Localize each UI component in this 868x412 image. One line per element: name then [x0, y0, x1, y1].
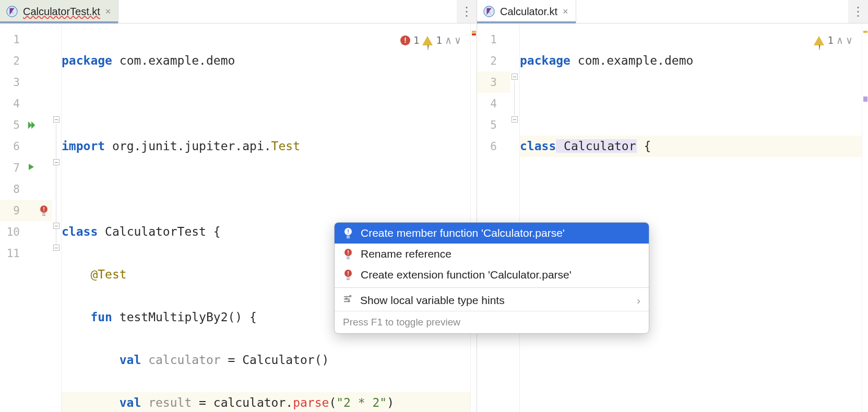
gutter-right: 1 2 3 4 5 6 [477, 23, 510, 412]
svg-rect-23 [348, 300, 350, 302]
editor-body-left: 1 2 3 4 5 6 7 8 9 [0, 23, 477, 412]
svg-rect-4 [42, 215, 45, 216]
line-number: 9 [0, 204, 24, 217]
error-count: 1 [413, 30, 419, 51]
error-stripe-right[interactable] [862, 23, 868, 412]
line-number: 8 [0, 183, 24, 196]
line-number: 2 [477, 55, 501, 67]
line-number: 4 [0, 98, 24, 110]
intention-label: Rename reference [361, 248, 451, 260]
close-icon[interactable]: × [105, 6, 111, 17]
tab-label: Calculator.kt [500, 6, 557, 18]
line-number: 2 [0, 55, 24, 67]
intention-label: Create extension function 'Calculator.pa… [361, 269, 572, 281]
line-number: 3 [0, 76, 24, 89]
intention-bulb-icon[interactable]: ! [39, 205, 49, 216]
intention-popup: ! Create member function 'Calculator.par… [334, 222, 649, 334]
tab-spacer [576, 0, 848, 23]
fold-handle-icon[interactable] [53, 223, 60, 229]
tab-calculator[interactable]: Calculator.kt × [477, 0, 576, 23]
code-area-right[interactable]: package com.example.demo class Calculato… [520, 23, 862, 412]
line-number: 7 [0, 162, 24, 174]
line-number: 1 [0, 33, 24, 46]
intention-item-create-extension[interactable]: ! Create extension function 'Calculator.… [335, 264, 649, 285]
svg-text:!: ! [347, 270, 349, 276]
line-number: 5 [477, 119, 501, 131]
warning-badge-icon [814, 36, 824, 45]
tab-bar-right: Calculator.kt × ⋮ [477, 0, 868, 23]
stripe-warning-icon[interactable] [863, 31, 867, 33]
run-class-icon[interactable] [27, 120, 37, 130]
fold-line [56, 124, 56, 249]
close-icon[interactable]: × [563, 6, 568, 17]
line-number: 4 [477, 98, 501, 110]
intention-label: Create member function 'Calculator.parse… [361, 227, 565, 239]
svg-text:!: ! [347, 249, 349, 256]
settings-icon [343, 294, 353, 307]
tab-bar-left: CalculatorTest.kt × ⋮ [0, 0, 477, 23]
quickfix-bulb-icon: ! [343, 269, 353, 281]
kotlin-file-icon [483, 6, 495, 17]
intention-label: Show local variable type hints [360, 294, 505, 307]
editor-body-right: 1 2 3 4 5 6 package com.example.demo cla… [477, 23, 868, 412]
next-highlight-icon[interactable]: ∨ [846, 30, 852, 51]
stripe-warning-icon[interactable] [472, 31, 476, 33]
code-area-left[interactable]: package com.example.demo import org.juni… [62, 23, 470, 412]
inspection-indicators[interactable]: 1 ∧ ∨ [814, 30, 852, 51]
tab-more-icon[interactable]: ⋮ [457, 0, 477, 23]
line-number: 5 [0, 119, 24, 131]
run-test-icon[interactable] [27, 163, 35, 173]
svg-rect-8 [347, 236, 350, 237]
tab-label: CalculatorTest.kt [23, 6, 100, 18]
tab-spacer [118, 0, 457, 23]
intention-item-show-hints[interactable]: Show local variable type hints › [335, 290, 649, 311]
next-highlight-icon[interactable]: ∨ [455, 30, 461, 51]
svg-rect-13 [347, 258, 350, 259]
gutter-left: 1 2 3 4 5 6 7 8 9 [0, 23, 52, 412]
line-number: 6 [477, 140, 501, 153]
svg-rect-22 [346, 298, 348, 300]
editor-pane-left: CalculatorTest.kt × ⋮ 1 2 3 4 5 6 7 [0, 0, 477, 412]
popup-footer: Press F1 to toggle preview [335, 311, 649, 333]
intention-item-rename[interactable]: ! Rename reference [335, 244, 649, 264]
error-stripe-left[interactable] [470, 23, 477, 412]
tab-calculator-test[interactable]: CalculatorTest.kt × [0, 0, 118, 23]
prev-highlight-icon[interactable]: ∧ [837, 30, 843, 51]
svg-rect-12 [347, 257, 350, 258]
popup-separator [335, 287, 649, 288]
fold-handle-icon[interactable] [53, 159, 60, 165]
fold-rail-left [52, 23, 62, 412]
svg-text:!: ! [347, 228, 349, 235]
stripe-error-icon[interactable] [472, 33, 476, 35]
editor-pane-right: Calculator.kt × ⋮ 1 2 3 4 5 6 package co… [477, 0, 868, 412]
prev-highlight-icon[interactable]: ∧ [445, 30, 451, 51]
line-number: 1 [477, 33, 501, 46]
svg-rect-3 [42, 213, 45, 214]
svg-rect-21 [349, 295, 351, 297]
svg-rect-18 [344, 296, 350, 297]
line-number: 3 [477, 76, 501, 89]
warning-badge-icon [422, 36, 433, 45]
tab-more-icon[interactable]: ⋮ [848, 0, 868, 23]
inspection-indicators[interactable]: ! 1 1 ∧ ∨ [400, 30, 461, 51]
error-badge-icon: ! [400, 35, 410, 45]
svg-text:!: ! [43, 206, 45, 212]
fold-rail-right [510, 23, 520, 412]
svg-rect-16 [347, 277, 350, 278]
intention-item-create-member[interactable]: ! Create member function 'Calculator.par… [335, 223, 649, 244]
fold-handle-icon[interactable] [512, 74, 518, 80]
svg-rect-9 [347, 237, 350, 238]
warning-count: 1 [436, 30, 442, 51]
kotlin-file-icon [6, 6, 18, 17]
fold-handle-icon[interactable] [53, 245, 60, 251]
line-number: 11 [0, 247, 24, 260]
submenu-arrow-icon: › [637, 294, 640, 307]
stripe-caret-icon[interactable] [863, 96, 867, 102]
line-number: 6 [0, 140, 24, 153]
fold-handle-icon[interactable] [53, 116, 60, 123]
svg-rect-17 [347, 279, 350, 280]
fold-handle-icon[interactable] [512, 116, 518, 123]
quickfix-bulb-icon: ! [343, 248, 353, 260]
line-number: 10 [0, 226, 24, 238]
quickfix-bulb-icon: ! [343, 227, 353, 239]
